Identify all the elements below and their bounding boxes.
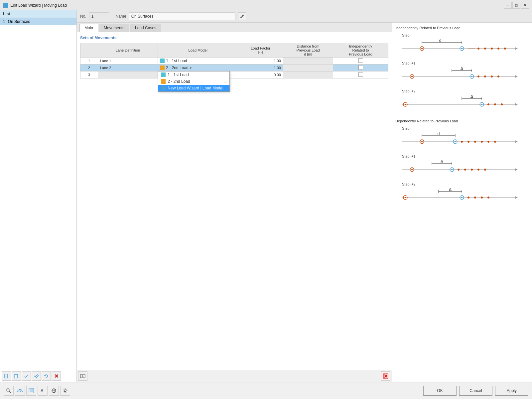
cell-load-2[interactable]: 2 - 2nd Load ▾ 1 - 1st Load	[158, 65, 238, 71]
svg-point-27	[504, 48, 506, 50]
cell-load-1[interactable]: 1 - 1st Load	[158, 58, 238, 65]
indep-checkbox-2[interactable]	[358, 65, 363, 70]
svg-point-111	[63, 389, 67, 393]
svg-point-26	[497, 48, 499, 50]
svg-text:d: d	[438, 132, 440, 136]
table-container: Lane Definition Load Model Load Factor[-…	[80, 43, 388, 78]
svg-marker-43	[515, 103, 518, 106]
cell-no-1: 1	[80, 58, 98, 65]
svg-point-54	[501, 103, 503, 105]
maximize-button[interactable]: ◻	[512, 2, 520, 9]
check-button[interactable]	[22, 371, 31, 381]
tab-movements[interactable]: Movements	[99, 24, 129, 32]
svg-text:Δ: Δ	[449, 188, 452, 192]
svg-marker-29	[515, 75, 518, 78]
cell-no-2: 2	[80, 65, 98, 71]
col-header-distance: Distance fromPrevious Loadd [m]	[283, 43, 333, 58]
load-model-dropdown-menu: 1 - 1st Load 2 - 2nd Load ...	[158, 71, 229, 92]
movements-table: Lane Definition Load Model Load Factor[-…	[80, 43, 388, 78]
col-header-factor: Load Factor[--]	[238, 43, 283, 58]
option-label-3: New Load Wizard | Load Model...	[168, 86, 226, 90]
titlebar-icon	[3, 3, 8, 8]
no-field: No.	[80, 12, 109, 20]
sidebar-item-number: 1	[3, 19, 5, 24]
section-title: Sets of Movements	[80, 36, 388, 40]
load-model-dropdown-2[interactable]: 2 - 2nd Load ▾	[160, 66, 236, 70]
no-input[interactable]	[89, 12, 109, 20]
search-tool-button[interactable]	[4, 386, 14, 396]
cell-factor-3[interactable]: 0.00	[238, 71, 283, 78]
zero-button[interactable]: 0.00	[15, 386, 25, 396]
dropdown-option-2nd-load[interactable]: 2 - 2nd Load ...	[158, 78, 229, 85]
step-i2-indep-label: Step i+2	[402, 89, 528, 93]
tab-load-cases[interactable]: Load Cases	[130, 24, 161, 32]
minimize-button[interactable]: ─	[504, 2, 512, 9]
load-model-dropdown-1[interactable]: 1 - 1st Load	[160, 59, 236, 63]
indep-checkbox-3[interactable]	[358, 72, 363, 77]
svg-point-85	[484, 169, 486, 171]
new-item-button[interactable]	[2, 371, 11, 381]
option-color-2	[161, 79, 166, 84]
option-label-1: 1 - 1st Load	[168, 72, 189, 77]
svg-point-80	[451, 169, 453, 170]
cell-indep-1[interactable]	[333, 58, 388, 65]
settings-button[interactable]	[60, 386, 70, 396]
cell-indep-3[interactable]	[333, 71, 388, 78]
sidebar-item-on-surfaces[interactable]: 1 On Surfaces	[0, 18, 76, 25]
cell-factor-1[interactable]: 1.00	[238, 58, 283, 65]
ok-button[interactable]: OK	[423, 386, 457, 396]
cancel-button[interactable]: Cancel	[459, 386, 492, 396]
view-icon	[29, 388, 34, 393]
edit-name-button[interactable]	[238, 12, 246, 20]
delete-button[interactable]: ✕	[52, 371, 61, 381]
svg-marker-87	[515, 196, 518, 199]
name-field: Name	[116, 12, 246, 20]
duplicate-button[interactable]	[12, 371, 21, 381]
svg-marker-72	[515, 168, 518, 171]
view-button[interactable]	[26, 386, 36, 396]
svg-point-41	[497, 75, 499, 77]
cell-indep-2[interactable]	[333, 65, 388, 71]
undo-button[interactable]	[42, 371, 51, 381]
settings-icon	[63, 388, 68, 393]
apply-button[interactable]: Apply	[495, 386, 528, 396]
delete-row-button[interactable]	[381, 371, 390, 381]
svg-rect-4	[14, 375, 17, 378]
left-content: Main Movements Load Cases Sets of Moveme…	[77, 23, 392, 382]
dropdown-option-1st-load[interactable]: 1 - 1st Load	[158, 71, 229, 78]
step-i-indep-label: Step i	[402, 33, 528, 37]
name-input[interactable]	[129, 12, 235, 20]
svg-point-62	[421, 141, 423, 142]
tab-main[interactable]: Main	[79, 24, 98, 32]
dropdown-option-new-wizard[interactable]: New Load Wizard | Load Model...	[158, 85, 229, 91]
table-row: 3 1 - 1st Load ...	[80, 71, 388, 78]
svg-marker-56	[515, 140, 518, 143]
add-row-button[interactable]	[78, 371, 87, 381]
cell-lane-1[interactable]: Lane 1	[98, 58, 158, 65]
cell-distance-3	[283, 71, 333, 78]
tabs: Main Movements Load Cases	[77, 23, 392, 32]
cell-factor-2[interactable]: 1.00	[238, 65, 283, 71]
indep-checkbox-1[interactable]	[358, 58, 363, 63]
text-button[interactable]: A	[38, 386, 48, 396]
cell-distance-2	[283, 65, 333, 71]
option-color-1	[161, 72, 166, 77]
cell-no-3: 3	[80, 71, 98, 78]
cell-lane-2[interactable]: Lane 2	[98, 65, 158, 71]
step-i2-dep-diagram: Δ	[395, 188, 522, 206]
svg-point-95	[461, 197, 463, 198]
search-icon	[6, 388, 11, 393]
svg-text:Δ: Δ	[470, 94, 473, 99]
col-header-no	[80, 43, 98, 58]
svg-point-99	[487, 197, 489, 199]
svg-point-64	[455, 141, 456, 142]
step-i1-indep-label: Step i+1	[402, 61, 528, 65]
globe-button[interactable]	[49, 386, 59, 396]
svg-point-84	[477, 169, 479, 171]
close-button[interactable]: ✕	[521, 2, 529, 9]
sidebar-item-label: On Surfaces	[8, 19, 30, 24]
check-all-button[interactable]	[32, 371, 41, 381]
svg-point-96	[467, 197, 469, 199]
independently-title: Independently Related to Previous Load	[395, 26, 528, 30]
name-label: Name	[116, 14, 126, 19]
